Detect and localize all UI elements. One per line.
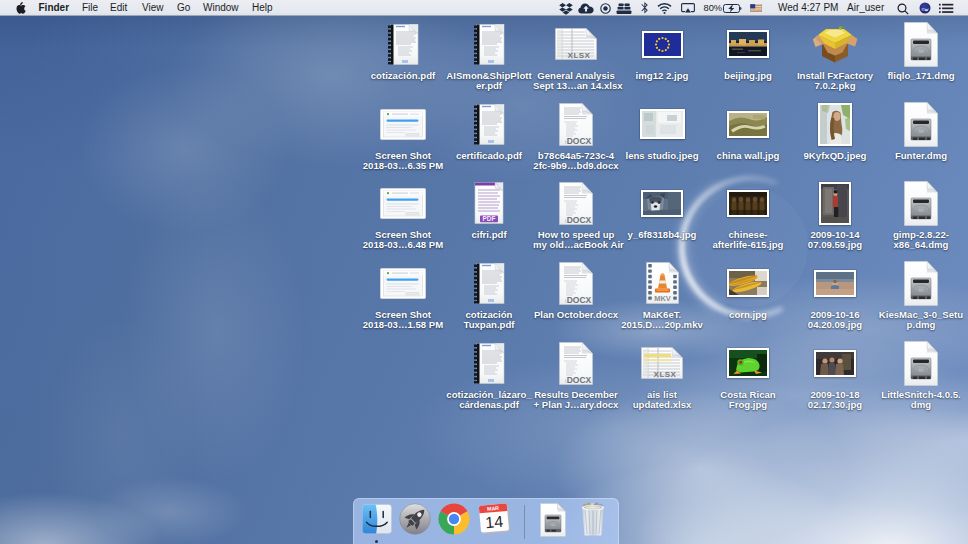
svg-text:14: 14 (485, 513, 504, 531)
svg-text:MAR: MAR (487, 505, 500, 512)
